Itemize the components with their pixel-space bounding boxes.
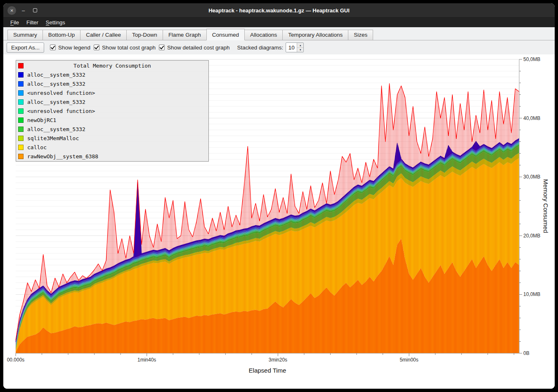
svg-text:50,0MB: 50,0MB bbox=[523, 56, 540, 62]
tab-allocations[interactable]: Allocations bbox=[244, 30, 283, 40]
legend-swatch bbox=[18, 99, 24, 105]
chevron-up-icon: ▴ bbox=[300, 44, 301, 47]
legend-item: <unresolved function> bbox=[16, 88, 208, 97]
menu-file[interactable]: File bbox=[7, 18, 23, 27]
legend-item: alloc__system_5332 bbox=[16, 124, 208, 134]
tab-sizes[interactable]: Sizes bbox=[348, 30, 373, 40]
legend-label: rawNewObj__system_6388 bbox=[27, 153, 98, 160]
spinbox-value[interactable]: 10 bbox=[286, 43, 297, 52]
stacked-diagrams-label: Stacked diagrams: bbox=[237, 45, 284, 51]
tab-bottom-up[interactable]: Bottom-Up bbox=[43, 30, 81, 40]
legend-label: sqlite3MemMalloc bbox=[27, 135, 79, 141]
legend-swatch bbox=[18, 108, 24, 114]
checkbox-check-icon bbox=[50, 45, 56, 50]
tab-temporary-allocations[interactable]: Temporary Allocations bbox=[282, 30, 348, 40]
close-button[interactable]: × bbox=[7, 6, 16, 15]
export-as-button[interactable]: Export As... bbox=[7, 42, 44, 53]
menu-filter[interactable]: Filter bbox=[23, 18, 42, 27]
legend-label: newObjRC1 bbox=[27, 117, 56, 123]
legend-item: alloc__system_5332 bbox=[16, 79, 208, 88]
legend-label: alloc__system_5332 bbox=[27, 99, 85, 105]
checkbox-label: Show total cost graph bbox=[102, 45, 156, 51]
menu-settings[interactable]: Settings bbox=[42, 18, 69, 27]
svg-text:0B: 0B bbox=[523, 350, 530, 356]
svg-text:20,0MB: 20,0MB bbox=[523, 233, 540, 239]
show-legend-checkbox[interactable]: Show legend bbox=[50, 45, 90, 51]
legend-label: alloc__system_5332 bbox=[27, 126, 85, 132]
svg-text:3min20s: 3min20s bbox=[269, 357, 287, 363]
spinbox-up-button[interactable]: ▴ bbox=[297, 43, 303, 47]
spinbox-buttons: ▴ ▾ bbox=[297, 43, 303, 52]
svg-text:00.000s: 00.000s bbox=[7, 357, 25, 363]
app-window: × – Heaptrack - heaptrack.wakunode.1.gz … bbox=[3, 3, 555, 389]
chart-area: 00.000s1min40s3min20s5min00s0B10,0MB20,0… bbox=[3, 54, 555, 389]
legend-label: alloc__system_5332 bbox=[27, 72, 85, 78]
tab-flame-graph[interactable]: Flame Graph bbox=[163, 30, 207, 40]
menubar: FileFilterSettings bbox=[3, 17, 555, 27]
legend-swatch bbox=[18, 127, 24, 132]
chart-legend: Total Memory Consumptionalloc__system_53… bbox=[16, 60, 209, 162]
legend-item: rawNewObj__system_6388 bbox=[16, 152, 208, 161]
legend-swatch bbox=[18, 154, 24, 159]
checkbox-label: Show legend bbox=[58, 45, 90, 51]
minimize-button[interactable]: – bbox=[19, 6, 28, 15]
spinbox-down-button[interactable]: ▾ bbox=[297, 47, 303, 52]
stacked-diagrams-spinbox[interactable]: 10 ▴ ▾ bbox=[286, 42, 304, 52]
legend-swatch bbox=[18, 145, 24, 150]
maximize-icon bbox=[33, 8, 37, 12]
tab-summary[interactable]: Summary bbox=[7, 30, 43, 40]
window-controls: × – bbox=[3, 6, 39, 15]
chevron-down-icon: ▾ bbox=[300, 48, 301, 51]
legend-label: <unresolved function> bbox=[27, 108, 95, 114]
legend-item: newObjRC1 bbox=[16, 115, 208, 124]
tab-caller-callee[interactable]: Caller / Callee bbox=[80, 30, 127, 40]
svg-text:5min00s: 5min00s bbox=[400, 357, 418, 363]
legend-swatch bbox=[18, 72, 24, 77]
titlebar: × – Heaptrack - heaptrack.wakunode.1.gz … bbox=[3, 3, 555, 17]
minimize-icon: – bbox=[22, 8, 25, 13]
legend-item: alloc__system_5332 bbox=[16, 70, 208, 79]
legend-item: sqlite3MemMalloc bbox=[16, 134, 208, 143]
legend-label: calloc bbox=[27, 144, 47, 150]
svg-text:1min40s: 1min40s bbox=[137, 357, 156, 363]
svg-text:30,0MB: 30,0MB bbox=[523, 174, 540, 180]
legend-swatch bbox=[18, 117, 24, 123]
legend-title-row: Total Memory Consumption bbox=[16, 61, 208, 70]
tab-consumed[interactable]: Consumed bbox=[206, 29, 245, 40]
legend-swatch bbox=[18, 90, 24, 96]
show-total-cost-graph-checkbox[interactable]: Show total cost graph bbox=[94, 45, 156, 51]
tabbar: SummaryBottom-UpCaller / CalleeTop-DownF… bbox=[3, 27, 555, 40]
toolbar: Export As... Show legendShow total cost … bbox=[3, 40, 555, 54]
tab-top-down[interactable]: Top-Down bbox=[126, 30, 163, 40]
toolbar-checkboxes: Show legendShow total cost graphShow det… bbox=[47, 45, 230, 51]
close-icon: × bbox=[10, 8, 14, 13]
svg-text:10,0MB: 10,0MB bbox=[523, 291, 540, 297]
x-axis-title: Elapsed Time bbox=[16, 367, 519, 374]
show-detailed-cost-graph-checkbox[interactable]: Show detailed cost graph bbox=[159, 45, 230, 51]
checkbox-check-icon bbox=[159, 45, 165, 50]
legend-label: alloc__system_5332 bbox=[27, 81, 85, 87]
legend-swatch bbox=[18, 136, 24, 141]
legend-swatch bbox=[18, 81, 24, 87]
maximize-button[interactable] bbox=[31, 6, 39, 15]
legend-label: <unresolved function> bbox=[27, 90, 95, 96]
checkbox-label: Show detailed cost graph bbox=[167, 45, 230, 51]
y-axis-title: Memory Consumed bbox=[542, 179, 549, 233]
window-title: Heaptrack - heaptrack.wakunode.1.gz — He… bbox=[3, 7, 555, 14]
legend-title: Total Memory Consumption bbox=[16, 63, 208, 69]
legend-item: alloc__system_5332 bbox=[16, 97, 208, 106]
checkbox-check-icon bbox=[94, 45, 99, 50]
legend-item: calloc bbox=[16, 143, 208, 152]
svg-text:40,0MB: 40,0MB bbox=[523, 115, 540, 121]
screen: { "window": { "title": "Heaptrack - heap… bbox=[0, 0, 558, 392]
legend-item: <unresolved function> bbox=[16, 106, 208, 115]
